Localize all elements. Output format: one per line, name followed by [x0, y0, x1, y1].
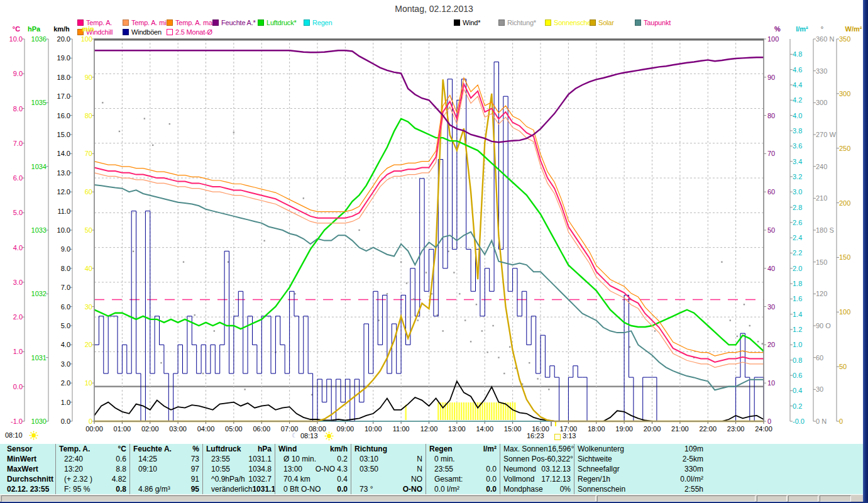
col-header: Luftdruck	[206, 444, 241, 454]
weather-chart: 10.09.08.07.06.05.04.03.02.01.00.0-1.010…	[0, 0, 868, 503]
col-header: Richtung	[354, 444, 387, 454]
cell-detail: 03:10	[354, 454, 378, 464]
svg-text:06:00: 06:00	[253, 425, 270, 433]
svg-text:18:00: 18:00	[588, 425, 605, 433]
svg-text:12.0: 12.0	[57, 188, 70, 196]
svg-text:3.8: 3.8	[793, 127, 802, 135]
cell-detail: 0 min.	[429, 454, 455, 464]
col-header: Temp. A.	[59, 444, 90, 454]
cell-detail: veränderlich	[206, 484, 252, 494]
info-value: -60,322°	[544, 454, 573, 464]
svg-text:1.8: 1.8	[793, 280, 802, 287]
svg-text:21:00: 21:00	[671, 425, 689, 433]
svg-text:17.0: 17.0	[57, 92, 70, 100]
info-label: Neumond	[503, 464, 536, 474]
svg-text:40: 40	[767, 265, 775, 272]
svg-text:0.8: 0.8	[793, 357, 802, 364]
svg-text:300: 300	[816, 99, 827, 106]
svg-text:10.0: 10.0	[9, 35, 23, 43]
cell-value: O-NO 4.3	[316, 464, 348, 474]
svg-text:2.6: 2.6	[793, 219, 802, 226]
svg-text:40: 40	[85, 265, 92, 272]
cell-detail: 23:55	[206, 454, 230, 464]
table-col-richtung: Richtung03:10N03:50NNO73 °O-NO	[351, 444, 426, 494]
svg-text:1036: 1036	[31, 35, 47, 43]
info-value: 109m	[684, 444, 703, 454]
svg-text:5.0: 5.0	[13, 209, 23, 216]
svg-text:18.0: 18.0	[57, 74, 70, 81]
cell-detail: 13:20	[59, 464, 83, 474]
svg-text:360 N: 360 N	[816, 35, 834, 43]
info-value: 2-5km	[683, 454, 703, 464]
svg-text:02:00: 02:00	[141, 425, 159, 433]
svg-text:15.0: 15.0	[57, 131, 70, 138]
daylight-duration-label: 08:10	[5, 431, 23, 439]
svg-text:9.0: 9.0	[13, 70, 23, 77]
svg-text:30: 30	[816, 385, 823, 393]
info-label: Wolkenunterg	[578, 444, 624, 454]
svg-text:16.0: 16.0	[57, 112, 70, 119]
info-label: Regen/1h	[578, 474, 610, 484]
cell-value: 73	[191, 454, 199, 464]
svg-text:20.0: 20.0	[57, 35, 70, 43]
stats-table: SensorMinWertMaxWertDurchschnitt02.12. 2…	[0, 444, 863, 494]
svg-text:20: 20	[767, 341, 775, 348]
svg-text:11:00: 11:00	[393, 425, 410, 433]
svg-text:03:00: 03:00	[169, 425, 187, 433]
svg-text:2.2: 2.2	[793, 249, 802, 257]
svg-text:200: 200	[839, 199, 850, 207]
cell-detail: 14:25	[133, 454, 157, 464]
svg-text:3.6: 3.6	[793, 142, 802, 150]
svg-text:4.6: 4.6	[793, 66, 802, 74]
cell-value: 0.0	[486, 464, 497, 474]
svg-text:3.0: 3.0	[61, 360, 70, 368]
col-unit: l/m²	[483, 444, 497, 454]
svg-text:2.0: 2.0	[13, 313, 23, 321]
svg-text:13.0: 13.0	[57, 169, 70, 177]
svg-text:1035: 1035	[31, 99, 47, 106]
svg-text:0.0: 0.0	[61, 417, 70, 425]
cell-value: N	[417, 454, 422, 464]
svg-text:1.4: 1.4	[793, 311, 802, 318]
axes: 10.09.08.07.06.05.04.03.02.01.00.0-1.010…	[9, 35, 851, 425]
info-value: 330m	[684, 464, 703, 474]
info-value: 16,596°	[548, 444, 574, 454]
svg-text:50: 50	[767, 226, 775, 234]
table-col-luftdruck: LuftdruckhPa23:551031.110:551034.8^0.9hP…	[202, 444, 275, 494]
svg-text:4.0: 4.0	[793, 112, 802, 119]
svg-text:30: 30	[767, 303, 775, 311]
sunset-extra-label: 3:13	[563, 432, 576, 439]
svg-text:10: 10	[767, 379, 775, 387]
status-pane-3	[757, 495, 787, 502]
sunrise-sun-icon	[324, 431, 334, 441]
cell-detail: ^0.9hPa/h	[206, 474, 245, 484]
cell-detail: 73 °	[354, 484, 373, 494]
svg-text:4.4: 4.4	[793, 81, 802, 89]
info-label: Sonnen Pos	[503, 454, 544, 464]
info-value: 2:55h	[684, 484, 703, 494]
svg-text:1034: 1034	[31, 163, 47, 170]
col-unit: km/h	[330, 444, 348, 454]
status-pane-4	[788, 495, 818, 502]
cell-value: 0.8	[116, 484, 126, 494]
sun-icon	[29, 431, 38, 440]
svg-text:15:00: 15:00	[504, 425, 522, 433]
table-col-feuchte-a-: Feuchte A.%14:257309:1097914.86 g/m³95	[129, 444, 202, 494]
cell-detail: 22:40	[59, 454, 83, 464]
col-header: Wind	[278, 444, 297, 454]
svg-text:150: 150	[816, 258, 827, 266]
row-label: MaxWert	[3, 464, 52, 474]
svg-text:19.0: 19.0	[57, 54, 70, 62]
cell-value: 1031.1	[248, 454, 272, 464]
svg-text:270 W: 270 W	[816, 131, 836, 138]
svg-text:3.0: 3.0	[793, 188, 802, 196]
svg-text:70: 70	[767, 150, 775, 157]
series-sunshine	[405, 402, 516, 420]
moonset-icon: ☾	[292, 432, 297, 439]
info-label: Sichtweite	[578, 454, 612, 464]
cell-detail	[354, 474, 360, 484]
svg-text:50: 50	[85, 226, 92, 234]
svg-text:0.2: 0.2	[793, 402, 802, 410]
info-value: 0%	[560, 484, 571, 494]
table-col-temp-a-: Temp. A.°C22:400.613:208.8(+ 2.32 )4.82F…	[55, 444, 129, 494]
